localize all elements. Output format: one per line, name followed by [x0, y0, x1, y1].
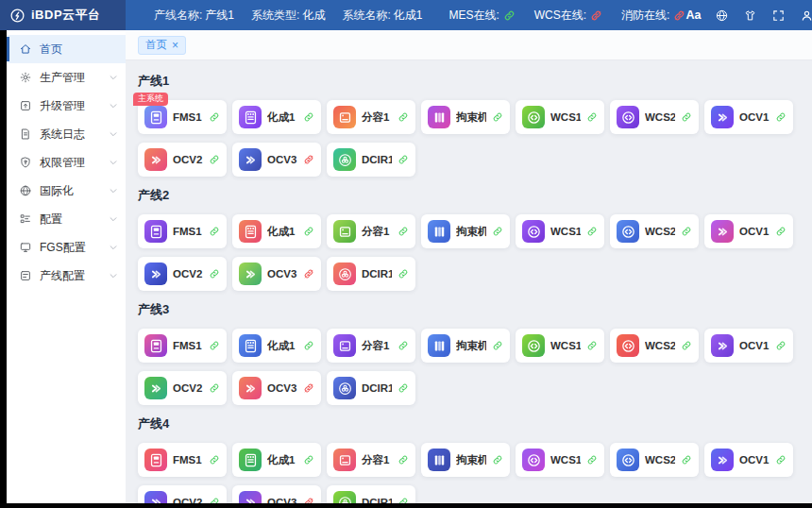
system-card[interactable]: OCV3 — [232, 257, 321, 291]
system-card[interactable]: WCS2 — [610, 329, 699, 363]
sidebar-item-logs[interactable]: 系统日志 — [7, 120, 126, 148]
link-online-icon[interactable] — [586, 111, 598, 123]
card-grid: FMS1 主系统 化成1 分容1 拘束机 WCS1 WCS2 OCV1 OCV2… — [138, 100, 800, 177]
link-broken-icon[interactable] — [303, 154, 314, 165]
system-card[interactable]: FMS1 主系统 — [138, 100, 227, 134]
sidebar-item-permission[interactable]: 权限管理 — [7, 148, 126, 177]
system-card[interactable]: 分容1 — [327, 443, 415, 477]
link-online-icon[interactable] — [492, 454, 503, 466]
link-online-icon[interactable] — [775, 340, 787, 351]
system-card[interactable]: WCS1 — [516, 214, 604, 248]
sidebar-item-config[interactable]: 配置 — [7, 205, 126, 233]
system-card[interactable]: 分容1 — [327, 214, 415, 248]
system-card[interactable]: OCV1 — [704, 100, 793, 134]
language-globe-icon[interactable] — [715, 8, 729, 23]
link-online-icon[interactable] — [303, 340, 314, 351]
link-online-icon[interactable] — [303, 454, 314, 466]
link-online-icon[interactable] — [586, 340, 598, 351]
system-card[interactable]: WCS2 — [610, 443, 699, 477]
sidebar-item-upgrade[interactable]: 升级管理 — [7, 92, 126, 120]
status-item: MES在线: — [448, 8, 515, 24]
link-online-icon[interactable] — [303, 111, 314, 123]
close-icon[interactable]: × — [172, 40, 178, 51]
system-card[interactable]: 化成1 — [232, 214, 321, 248]
production-line-section: 产线3 FMS1 化成1 分容1 拘束机 WCS1 WCS2 OCV1 OCV2… — [138, 301, 800, 405]
link-broken-icon[interactable] — [303, 382, 314, 394]
system-card[interactable]: 拘束机 — [421, 329, 510, 363]
system-card[interactable]: 拘束机 — [421, 214, 510, 248]
ocv-icon — [239, 262, 262, 285]
link-online-icon[interactable] — [209, 268, 220, 279]
link-online-icon[interactable] — [775, 111, 787, 123]
system-card[interactable]: WCS2 — [610, 100, 699, 134]
sidebar-item-i18n[interactable]: 国际化 — [7, 177, 126, 205]
restraint-icon — [428, 220, 450, 243]
link-online-icon[interactable] — [681, 111, 692, 123]
link-online-icon[interactable] — [398, 454, 409, 466]
link-online-icon[interactable] — [209, 340, 220, 351]
link-online-icon[interactable] — [209, 111, 220, 123]
fullscreen-icon[interactable] — [771, 8, 786, 23]
font-size-icon[interactable]: Aa — [685, 8, 701, 22]
link-online-icon[interactable] — [398, 340, 409, 351]
link-online-icon[interactable] — [209, 382, 220, 394]
system-card[interactable]: 化成1 — [232, 329, 321, 363]
link-online-icon[interactable] — [492, 226, 503, 237]
system-card[interactable]: OCV2 — [138, 371, 227, 405]
sidebar-item-line-config[interactable]: 产线配置 — [7, 262, 126, 290]
system-card[interactable]: OCV1 — [704, 443, 793, 477]
link-online-icon[interactable] — [209, 454, 220, 466]
system-card[interactable]: WCS2 — [610, 214, 699, 248]
link-online-icon[interactable] — [775, 454, 787, 466]
link-online-icon[interactable] — [586, 226, 598, 237]
system-card[interactable]: DCIR1 — [327, 371, 415, 405]
link-online-icon[interactable] — [775, 226, 787, 237]
link-online-icon[interactable] — [398, 382, 409, 394]
link-online-icon[interactable] — [681, 454, 692, 466]
link-online-icon[interactable] — [398, 111, 409, 123]
sections-container: 产线1 FMS1 主系统 化成1 分容1 拘束机 WCS1 WCS2 OCV1 … — [126, 60, 812, 508]
sidebar-item-production[interactable]: 生产管理 — [7, 63, 126, 92]
tab-home[interactable]: 首页 × — [138, 36, 186, 55]
sidebar-item-fgs-config[interactable]: FGS配置 — [7, 233, 126, 262]
system-card[interactable]: 拘束机 — [421, 443, 510, 477]
link-online-icon[interactable] — [398, 154, 409, 165]
system-card[interactable]: OCV1 — [704, 329, 793, 363]
user-icon[interactable] — [800, 8, 812, 23]
link-online-icon[interactable] — [586, 454, 598, 466]
system-card[interactable]: WCS1 — [516, 100, 604, 134]
system-card[interactable]: 化成1 — [232, 443, 321, 477]
theme-shirt-icon[interactable] — [743, 8, 757, 23]
system-card[interactable]: FMS1 — [138, 443, 227, 477]
link-online-icon[interactable] — [681, 340, 692, 351]
link-online-icon[interactable] — [303, 226, 314, 237]
system-card[interactable]: FMS1 — [138, 329, 227, 363]
production-line-section: 产线2 FMS1 化成1 分容1 拘束机 WCS1 WCS2 OCV1 OCV2… — [138, 187, 800, 291]
system-card[interactable]: OCV1 — [704, 214, 793, 248]
link-online-icon[interactable] — [209, 226, 220, 237]
system-card[interactable]: 分容1 — [327, 100, 415, 134]
system-card[interactable]: WCS1 — [516, 443, 604, 477]
system-card[interactable]: OCV2 — [138, 143, 227, 177]
link-online-icon[interactable] — [492, 111, 503, 123]
system-card[interactable]: DCIR1 — [327, 257, 415, 291]
system-card[interactable]: DCIR1 — [327, 143, 415, 177]
system-card[interactable]: OCV3 — [232, 143, 321, 177]
main-content: 首页 × 产线1 FMS1 主系统 化成1 分容1 拘束机 WCS1 WCS2 … — [126, 30, 812, 508]
system-card[interactable]: OCV3 — [232, 371, 321, 405]
system-card[interactable]: 分容1 — [327, 329, 415, 363]
link-online-icon[interactable] — [209, 154, 220, 165]
sidebar-item-home[interactable]: 首页 — [7, 35, 126, 63]
system-card[interactable]: WCS1 — [516, 329, 604, 363]
link-online-icon[interactable] — [492, 340, 503, 351]
system-card[interactable]: FMS1 — [138, 214, 227, 248]
link-online-icon[interactable] — [398, 268, 409, 279]
system-card[interactable]: 拘束机 — [421, 100, 510, 134]
link-online-icon[interactable] — [398, 226, 409, 237]
formation-icon — [239, 334, 262, 357]
system-card[interactable]: 化成1 — [232, 100, 321, 134]
system-card[interactable]: OCV2 — [138, 257, 227, 291]
link-online-icon[interactable] — [681, 226, 692, 237]
link-broken-icon[interactable] — [303, 268, 314, 279]
ocv-icon — [144, 377, 167, 399]
